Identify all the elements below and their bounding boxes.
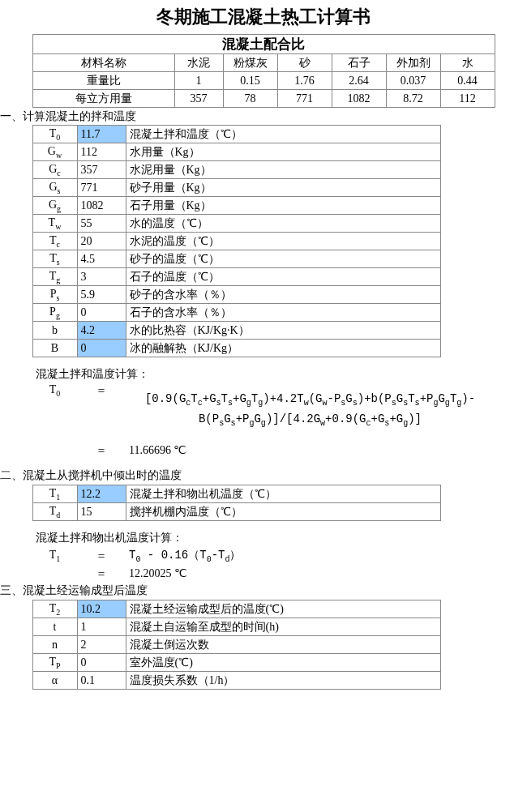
param-desc: 冰的融解热（KJ/Kg）	[126, 340, 440, 357]
param-desc: 石子用量（Kg）	[126, 197, 440, 215]
param-symbol: Ps	[32, 286, 77, 304]
param-symbol: T2	[32, 600, 77, 618]
param-row: TP0室外温度(℃)	[0, 654, 527, 672]
param-value: 4.5	[77, 250, 126, 268]
param-desc: 混凝土自运输至成型的时间(h)	[126, 618, 440, 636]
param-desc: 搅拌机棚内温度（℃）	[126, 503, 440, 521]
param-value: 0	[77, 654, 126, 672]
param-value: 1082	[77, 197, 126, 215]
param-desc: 石子的温度（℃）	[126, 268, 440, 286]
param-value: 12.2	[77, 485, 126, 503]
mix-row-percubic: 每立方用量 357 78 771 1082 8.72 112	[0, 90, 527, 108]
param-row: B0冰的融解热（KJ/Kg）	[0, 340, 527, 357]
sec1-calc-label: 混凝土拌和温度计算：	[32, 365, 527, 383]
param-value: 0.1	[77, 672, 126, 690]
param-row: α0.1温度损失系数（1/h）	[0, 672, 527, 690]
param-desc: 砂子的含水率（％）	[126, 286, 440, 304]
mix-subtitle: 混凝土配合比	[32, 35, 495, 54]
param-value: 15	[77, 503, 126, 521]
param-symbol: B	[32, 340, 77, 357]
param-desc: 混凝土拌和温度（℃）	[126, 126, 440, 143]
sec2-title: 二、混凝土从搅拌机中倾出时的温度	[0, 468, 527, 485]
param-row: t1混凝土自运输至成型的时间(h)	[0, 618, 527, 636]
param-row: T210.2混凝土经运输成型后的温度(℃)	[0, 600, 527, 618]
param-value: 0	[77, 340, 126, 357]
param-desc: 水用量（Kg）	[126, 143, 440, 161]
param-row: Ps5.9砂子的含水率（％）	[0, 286, 527, 304]
sec2-formula: T0 - 0.16（T0-Td）	[126, 547, 495, 565]
param-symbol: Tw	[32, 215, 77, 233]
doc-title: 冬期施工混凝土热工计算书	[0, 0, 527, 35]
param-symbol: Pg	[32, 304, 77, 322]
param-desc: 混凝土倒运次数	[126, 636, 440, 654]
param-symbol: n	[32, 636, 77, 654]
param-value: 5.9	[77, 286, 126, 304]
param-desc: 混凝土拌和物出机温度（℃）	[126, 485, 440, 503]
sec1-formula: [0.9(GcTc+GsTs+GgTg)+4.2Tw(Gw-PsGs)+b(Ps…	[126, 383, 495, 437]
param-symbol: Gg	[32, 197, 77, 215]
mix-header-row: 材料名称 水泥 粉煤灰 砂 石子 外加剂 水	[0, 54, 527, 72]
param-symbol: Gs	[32, 179, 77, 197]
param-desc: 砂子用量（Kg）	[126, 179, 440, 197]
param-desc: 水泥的温度（℃）	[126, 233, 440, 250]
param-symbol: Tg	[32, 268, 77, 286]
param-value: 55	[77, 215, 126, 233]
sec2-calc-label: 混凝土拌和物出机温度计算：	[32, 529, 527, 547]
param-symbol: α	[32, 672, 77, 690]
param-symbol: TP	[32, 654, 77, 672]
param-row: Tc20水泥的温度（℃）	[0, 233, 527, 250]
param-symbol: Td	[32, 503, 77, 521]
param-row: Gg1082石子用量（Kg）	[0, 197, 527, 215]
param-symbol: T0	[32, 126, 77, 143]
param-symbol: b	[32, 322, 77, 340]
param-row: Gw112水用量（Kg）	[0, 143, 527, 161]
param-row: Ts4.5砂子的温度（℃）	[0, 250, 527, 268]
param-symbol: Gw	[32, 143, 77, 161]
param-desc: 水的温度（℃）	[126, 215, 440, 233]
param-symbol: Gc	[32, 161, 77, 179]
param-value: 2	[77, 636, 126, 654]
param-desc: 室外温度(℃)	[126, 654, 440, 672]
param-symbol: T1	[32, 485, 77, 503]
param-row: Gs771砂子用量（Kg）	[0, 179, 527, 197]
sec3-title: 三、混凝土经运输成型后温度	[0, 583, 527, 600]
param-value: 771	[77, 179, 126, 197]
param-symbol: t	[32, 618, 77, 636]
param-symbol: Tc	[32, 233, 77, 250]
param-desc: 温度损失系数（1/h）	[126, 672, 440, 690]
worksheet: 冬期施工混凝土热工计算书 混凝土配合比 材料名称 水泥 粉煤灰 砂 石子 外加剂…	[0, 0, 527, 690]
param-symbol: Ts	[32, 250, 77, 268]
param-desc: 混凝土经运输成型后的温度(℃)	[126, 600, 440, 618]
param-value: 0	[77, 304, 126, 322]
sec2-lhs: T1	[32, 547, 77, 565]
sec1-title: 一、计算混凝土的拌和温度	[0, 108, 527, 126]
param-row: T011.7混凝土拌和温度（℃）	[0, 126, 527, 143]
param-desc: 石子的含水率（％）	[126, 304, 440, 322]
param-row: T112.2混凝土拌和物出机温度（℃）	[0, 485, 527, 503]
param-value: 112	[77, 143, 126, 161]
param-row: Pg0石子的含水率（％）	[0, 304, 527, 322]
param-row: b4.2水的比热容（KJ/Kg·K）	[0, 322, 527, 340]
param-row: Tw55水的温度（℃）	[0, 215, 527, 233]
mix-row-ratio: 重量比 1 0.15 1.76 2.64 0.037 0.44	[0, 72, 527, 90]
param-row: Tg3石子的温度（℃）	[0, 268, 527, 286]
sec1-result: 11.66696 ℃	[126, 442, 495, 459]
param-row: n2混凝土倒运次数	[0, 636, 527, 654]
param-desc: 水泥用量（Kg）	[126, 161, 440, 179]
param-value: 3	[77, 268, 126, 286]
param-row: Td15搅拌机棚内温度（℃）	[0, 503, 527, 521]
param-desc: 水的比热容（KJ/Kg·K）	[126, 322, 440, 340]
param-row: Gc357水泥用量（Kg）	[0, 161, 527, 179]
sec2-result: 12.20025 ℃	[126, 565, 495, 583]
param-value: 357	[77, 161, 126, 179]
param-value: 1	[77, 618, 126, 636]
sec1-lhs: T0	[32, 383, 77, 401]
param-value: 20	[77, 233, 126, 250]
param-value: 10.2	[77, 600, 126, 618]
param-value: 11.7	[77, 126, 126, 143]
param-desc: 砂子的温度（℃）	[126, 250, 440, 268]
param-value: 4.2	[77, 322, 126, 340]
